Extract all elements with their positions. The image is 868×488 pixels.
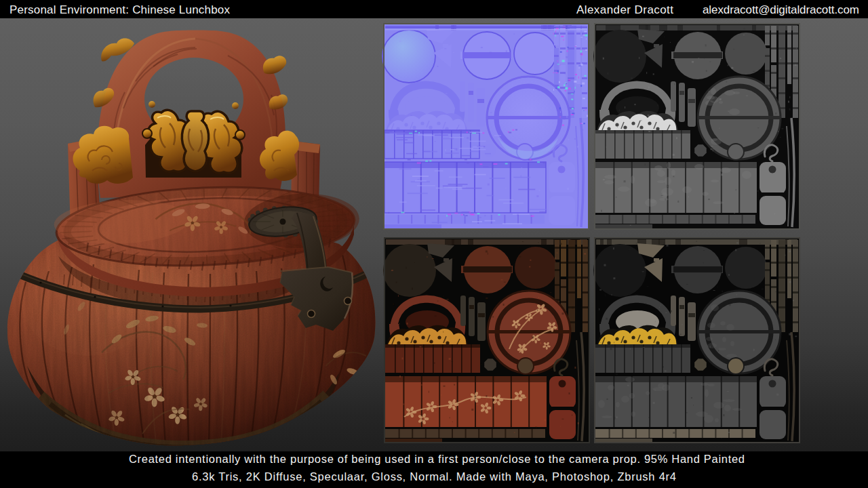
svg-text:Alexander Dracott: Alexander Dracott	[576, 3, 673, 16]
svg-text:Created intentionally with the: Created intentionally with the purpose o…	[129, 453, 745, 465]
svg-text:alexdracott@digitaldracott.com: alexdracott@digitaldracott.com	[703, 3, 859, 16]
svg-text:Personal Environment: Chinese: Personal Environment: Chinese Lunchbox	[9, 3, 231, 16]
svg-text:6.3k Tris, 2K Diffuse, Specula: 6.3k Tris, 2K Diffuse, Speculaar, Gloss,…	[192, 470, 676, 483]
